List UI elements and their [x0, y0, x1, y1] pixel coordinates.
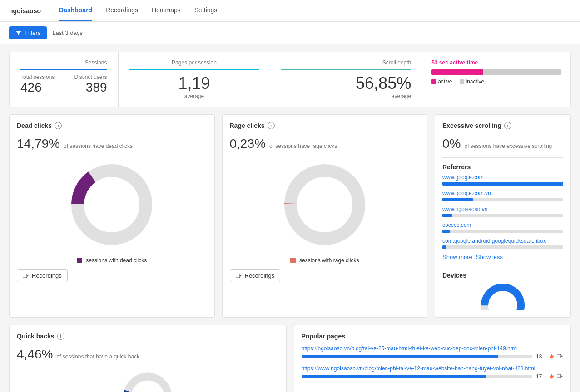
svg-marker-3: [27, 275, 29, 277]
dead-clicks-recordings-button[interactable]: Recordings: [17, 269, 68, 282]
rage-clicks-info-icon[interactable]: i: [268, 122, 275, 129]
page-url-0[interactable]: https://ngoisaoso.vn/blog/tai-ve-25-mau-…: [302, 345, 564, 352]
page-count-0: 18: [536, 353, 545, 360]
rage-clicks-value: 0,23%: [230, 137, 266, 151]
rage-clicks-card: Rage clicks i 0,23% of sessions have rag…: [222, 114, 428, 318]
referrer-name-2: www.ngoisaoso.vn: [442, 206, 563, 212]
dead-clicks-donut: [17, 159, 207, 250]
fire-icon-0: [549, 353, 555, 360]
referrer-bar-4: [442, 245, 563, 249]
sessions-label: Sessions: [20, 59, 107, 70]
referrer-name-1: www.google.com.vn: [442, 190, 563, 196]
referrer-item-0: www.google.com: [442, 174, 563, 186]
distinct-users-group: Distinct users 389: [74, 74, 107, 95]
progress-inactive: [483, 69, 561, 75]
progress-active: [431, 69, 483, 75]
quick-backs-title: Quick backs i: [17, 333, 279, 340]
referrer-bar-1: [442, 198, 563, 201]
stats-bar: Sessions Total sessions 426 Distinct use…: [9, 52, 571, 107]
page-bar-row-1: 17: [302, 373, 564, 380]
dead-clicks-card: Dead clicks i 14,79% of sessions have de…: [9, 114, 215, 318]
referrer-item-3: coccoc.com: [442, 222, 563, 233]
quick-backs-card: Quick backs i 4,46% of sessions that hav…: [9, 325, 287, 392]
dead-clicks-legend: sessions with dead clicks: [17, 257, 207, 264]
rage-clicks-legend: sessions with rage clicks: [230, 257, 420, 264]
inactive-dot: [460, 79, 464, 84]
page-bar-0: [302, 355, 533, 358]
active-time-block: 53 sec active time active inactive: [422, 52, 570, 107]
svg-point-11: [127, 377, 168, 392]
active-dot: [431, 79, 436, 84]
excessive-scrolling-section: Excessive scrolling i 0% of sessions hav…: [442, 122, 563, 152]
filter-button[interactable]: Filters: [9, 26, 47, 39]
excessive-scrolling-value: 0%: [442, 137, 461, 151]
referrers-section-divider: Referrers www.google.com www.google.com.…: [442, 157, 563, 260]
svg-rect-6: [236, 274, 240, 278]
recordings-icon-2: [236, 274, 242, 278]
referrer-bar-0: [442, 182, 563, 186]
devices-donut: [442, 283, 563, 310]
page-bar-row-0: 18: [302, 353, 564, 360]
referrer-item-1: www.google.com.vn: [442, 190, 563, 201]
scroll-block: Scroll depth 56,85% average: [270, 52, 422, 107]
svg-rect-2: [23, 274, 27, 278]
fire-icon-1: [549, 373, 555, 380]
svg-rect-13: [557, 354, 561, 358]
show-more-link[interactable]: Show more: [442, 254, 472, 260]
referrer-name-3: coccoc.com: [442, 222, 563, 228]
page-item-1: https://www.ngoisaoso.vn/blog/mien-phi-t…: [302, 365, 564, 380]
svg-marker-16: [561, 375, 563, 377]
scroll-avg: average: [281, 93, 411, 99]
nav-recordings[interactable]: Recordings: [106, 0, 138, 21]
scroll-value: 56,85%: [281, 74, 411, 93]
legend-active: active: [431, 78, 452, 85]
page-url-1[interactable]: https://www.ngoisaoso.vn/blog/mien-phi-t…: [302, 365, 564, 372]
brand: ngoisaoso: [9, 7, 41, 15]
excessive-scrolling-title: Excessive scrolling i: [442, 122, 563, 129]
nav-settings[interactable]: Settings: [194, 0, 218, 21]
referrer-bar-3: [442, 230, 563, 233]
page-bar-1: [302, 375, 533, 378]
nav-dashboard[interactable]: Dashboard: [59, 0, 92, 21]
page-count-1: 17: [536, 373, 545, 380]
rage-clicks-title: Rage clicks i: [230, 122, 420, 129]
recording-icon-page-1: [557, 373, 563, 380]
popular-pages-list: https://ngoisaoso.vn/blog/tai-ve-25-mau-…: [302, 345, 564, 380]
page-icons-1: [549, 373, 563, 380]
dead-clicks-info-icon[interactable]: i: [55, 122, 62, 129]
page-item-0: https://ngoisaoso.vn/blog/tai-ve-25-mau-…: [302, 345, 564, 360]
quick-backs-donut: [17, 370, 279, 392]
row-1: Dead clicks i 14,79% of sessions have de…: [9, 114, 571, 318]
popular-pages-card: Popular pages https://ngoisaoso.vn/blog/…: [294, 325, 571, 392]
sessions-row: Total sessions 426 Distinct users 389: [20, 74, 107, 95]
pages-avg: average: [129, 93, 259, 99]
referrers-card: Excessive scrolling i 0% of sessions hav…: [435, 114, 571, 318]
total-sessions-group: Total sessions 426: [20, 74, 55, 95]
sessions-block: Sessions Total sessions 426 Distinct use…: [10, 52, 119, 107]
devices-title: Devices: [442, 272, 563, 279]
dead-clicks-label: of sessions have dead clicks: [64, 143, 133, 149]
rage-clicks-donut: [230, 159, 420, 250]
dead-legend-color: [77, 258, 82, 263]
page-icons-0: [549, 353, 563, 360]
pages-value: 1,19: [129, 74, 259, 93]
quick-backs-value: 4,46%: [17, 347, 53, 362]
referrers-title: Referrers: [442, 163, 563, 171]
row-2: Quick backs i 4,46% of sessions that hav…: [9, 325, 571, 392]
rage-clicks-recordings-button[interactable]: Recordings: [230, 269, 281, 282]
popular-pages-title: Popular pages: [302, 333, 564, 340]
recording-icon-page-0: [557, 353, 563, 360]
progress-bar: [431, 69, 561, 75]
svg-marker-14: [561, 355, 563, 357]
svg-marker-7: [240, 275, 242, 277]
nav-heatmaps[interactable]: Heatmaps: [152, 0, 181, 21]
pages-block: Pages per session 1,19 average: [119, 52, 271, 107]
show-less-link[interactable]: Show less: [476, 254, 503, 260]
quick-backs-info-icon[interactable]: i: [57, 333, 64, 340]
legend-inactive: inactive: [460, 78, 485, 85]
referrer-item-4: com.google.android.googlequicksearchbox: [442, 238, 563, 249]
svg-point-4: [291, 171, 359, 239]
filter-icon: [15, 30, 22, 36]
excessive-scrolling-info-icon[interactable]: i: [504, 122, 511, 129]
rage-legend-color: [290, 258, 296, 263]
